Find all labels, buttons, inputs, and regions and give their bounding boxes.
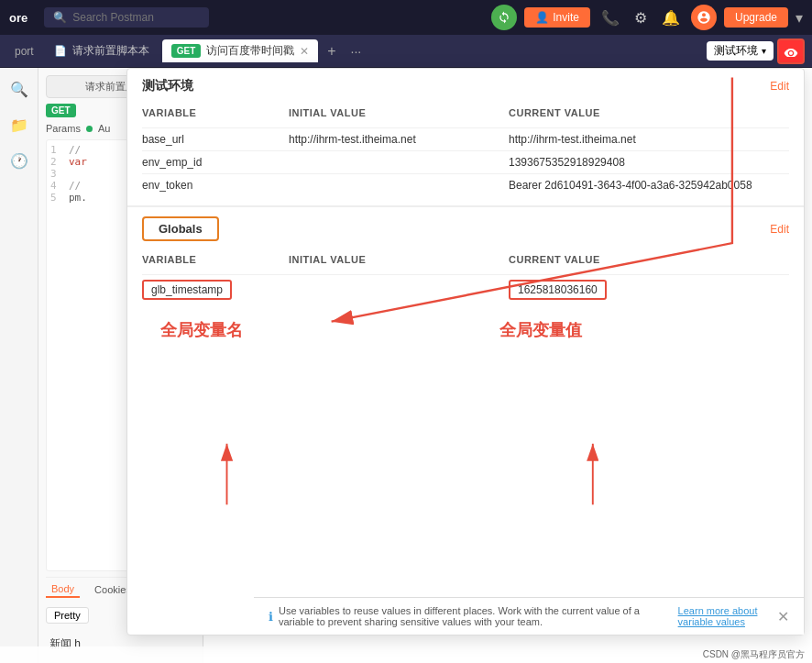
footer-text: CSDN @黑马程序员官方 bbox=[703, 648, 805, 661]
env-col-current: CURRENT VALUE bbox=[509, 107, 789, 118]
upgrade-button[interactable]: Upgrade bbox=[724, 7, 788, 28]
annotation-val-label: 全局变量值 bbox=[499, 319, 582, 341]
tab-active-request[interactable]: GET 访问百度带时间戳 ✕ bbox=[162, 39, 319, 62]
env-initial-0: http://ihrm-test.itheima.net bbox=[289, 133, 509, 146]
globals-section: Globals Edit VARIABLE INITIAL VALUE CURR… bbox=[127, 207, 804, 635]
env-current-1: 1393675352918929408 bbox=[509, 156, 789, 169]
auth-tab[interactable]: Au bbox=[98, 123, 110, 134]
env-row-2: env_token Bearer 2d610491-3643-4f00-a3a6… bbox=[142, 173, 789, 196]
globals-col-initial: INITIAL VALUE bbox=[289, 254, 509, 265]
bell-icon[interactable]: 🔔 bbox=[658, 6, 684, 30]
search-input[interactable] bbox=[72, 11, 192, 24]
phone-icon[interactable]: 📞 bbox=[598, 6, 623, 30]
globals-col-variable: VARIABLE bbox=[142, 254, 289, 265]
pretty-button[interactable]: Pretty bbox=[46, 607, 89, 624]
globals-current-cell: 1625818036160 bbox=[509, 280, 789, 300]
env-col-initial: INITIAL VALUE bbox=[289, 107, 509, 118]
env-section-header: 测试环境 Edit bbox=[142, 78, 789, 94]
params-dot bbox=[86, 126, 93, 132]
env-current-2: Bearer 2d610491-3643-4f00-a3a6-325942ab0… bbox=[509, 179, 789, 192]
env-label: 测试环境 bbox=[714, 43, 758, 59]
globals-edit-button[interactable]: Edit bbox=[770, 223, 789, 236]
sidebar-history-icon[interactable]: 🕐 bbox=[5, 147, 34, 175]
annotation-var-label: 全局变量名 bbox=[160, 319, 243, 341]
env-edit-button[interactable]: Edit bbox=[770, 80, 789, 93]
app-brand: ore bbox=[9, 11, 27, 25]
avatar[interactable] bbox=[691, 5, 717, 30]
close-info-button[interactable]: ✕ bbox=[777, 608, 789, 625]
body-tab[interactable]: Body bbox=[46, 581, 80, 598]
search-box[interactable]: 🔍 bbox=[44, 7, 209, 28]
sync-button[interactable] bbox=[491, 5, 517, 30]
top-actions: 👤 Invite 📞 ⚙ 🔔 Upgrade ▾ bbox=[491, 5, 803, 30]
env-var-1: env_emp_id bbox=[142, 156, 289, 169]
sidebar: 🔍 📁 🕐 bbox=[0, 68, 38, 663]
params-tab[interactable]: Params bbox=[46, 123, 81, 134]
chevron-down-icon[interactable]: ▾ bbox=[796, 9, 803, 27]
environment-section: 测试环境 Edit VARIABLE INITIAL VALUE CURRENT… bbox=[127, 69, 804, 207]
globals-row-0: glb_timestamp 1625818036160 bbox=[142, 274, 789, 304]
gear-icon[interactable]: ⚙ bbox=[631, 6, 651, 30]
top-bar: ore 🔍 👤 Invite 📞 ⚙ 🔔 Upgrade ▾ bbox=[0, 0, 812, 35]
overlay-panel: 测试环境 Edit VARIABLE INITIAL VALUE CURRENT… bbox=[126, 68, 805, 635]
info-text: Use variables to reuse values in differe… bbox=[279, 605, 673, 627]
globals-var-0: glb_timestamp bbox=[142, 280, 232, 300]
environment-select[interactable]: 测试环境 ▾ bbox=[707, 41, 774, 61]
annotation-row: 全局变量名 全局变量值 bbox=[142, 312, 789, 341]
globals-table-header: VARIABLE INITIAL VALUE CURRENT VALUE bbox=[142, 250, 789, 269]
env-current-0: http://ihrm-test.itheima.net bbox=[509, 133, 789, 146]
tab-request-name: 访问百度带时间戳 bbox=[206, 43, 294, 59]
env-var-2: env_token bbox=[142, 179, 289, 192]
globals-header: Globals Edit bbox=[142, 216, 789, 241]
sidebar-search-icon[interactable]: 🔍 bbox=[5, 75, 34, 104]
env-col-variable: VARIABLE bbox=[142, 107, 289, 118]
search-icon: 🔍 bbox=[53, 11, 67, 24]
tab-bar: port 📄 请求前置脚本本 GET 访问百度带时间戳 ✕ + ··· 测试环境… bbox=[0, 35, 812, 68]
info-icon: ℹ bbox=[269, 610, 273, 624]
env-var-0: base_url bbox=[142, 133, 289, 146]
env-section-title: 测试环境 bbox=[142, 78, 193, 94]
more-tabs-icon[interactable]: ··· bbox=[346, 42, 368, 61]
tab-script[interactable]: 📄 请求前置脚本本 bbox=[45, 39, 159, 62]
bottom-info-bar: ℹ Use variables to reuse values in diffe… bbox=[254, 597, 804, 635]
globals-button[interactable]: Globals bbox=[142, 216, 219, 241]
invite-button[interactable]: 👤 Invite bbox=[524, 7, 590, 28]
invite-icon: 👤 bbox=[535, 11, 549, 24]
close-tab-icon[interactable]: ✕ bbox=[300, 45, 309, 58]
method-badge: GET bbox=[171, 44, 202, 58]
environment-eye-button[interactable] bbox=[777, 39, 805, 64]
sidebar-collections-icon[interactable]: 📁 bbox=[5, 111, 34, 139]
request-method-badge: GET bbox=[46, 104, 76, 117]
tab-script-icon: 📄 bbox=[54, 45, 67, 57]
globals-current-0: 1625818036160 bbox=[509, 280, 607, 300]
footer-bar: CSDN @黑马程序员官方 bbox=[0, 646, 812, 663]
tab-import[interactable]: port bbox=[7, 41, 41, 61]
globals-col-current: CURRENT VALUE bbox=[509, 254, 789, 265]
globals-var-cell: glb_timestamp bbox=[142, 280, 289, 300]
learn-more-link[interactable]: Learn more about variable values bbox=[678, 605, 772, 627]
env-row-1: env_emp_id 1393675352918929408 bbox=[142, 150, 789, 173]
env-chevron-icon: ▾ bbox=[762, 46, 766, 56]
new-tab-button[interactable]: + bbox=[322, 41, 341, 61]
env-table-header: VARIABLE INITIAL VALUE CURRENT VALUE bbox=[142, 104, 789, 122]
env-row-0: base_url http://ihrm-test.itheima.net ht… bbox=[142, 127, 789, 150]
